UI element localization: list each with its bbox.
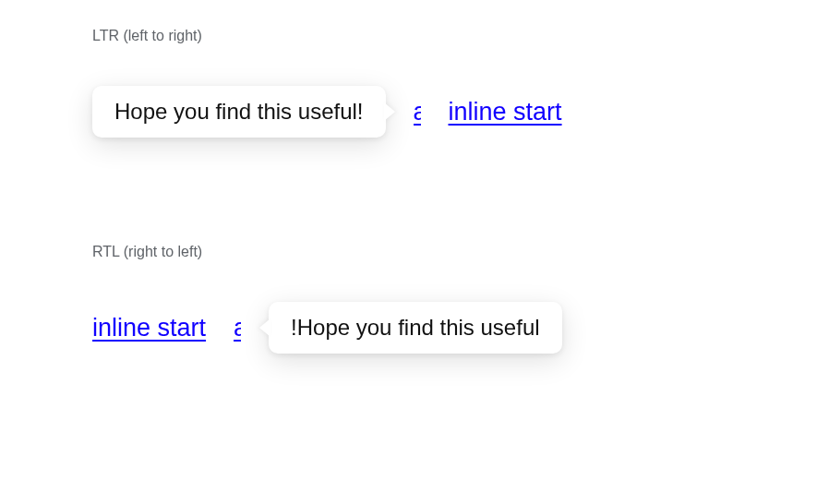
rtl-label: RTL (right to left) — [92, 244, 737, 260]
tooltip-arrow-left-icon — [259, 318, 270, 337]
rtl-tooltip: !Hope you find this useful — [269, 302, 562, 354]
ltr-obscured-link-fragment: a — [414, 98, 421, 126]
ltr-label: LTR (left to right) — [92, 28, 737, 44]
ltr-inline-start-link[interactable]: inline start — [449, 98, 562, 126]
rtl-obscured-link-fragment: a — [234, 314, 241, 342]
rtl-tooltip-text: !Hope you find this useful — [291, 315, 540, 340]
ltr-tooltip-text: Hope you find this useful! — [114, 99, 364, 124]
ltr-tooltip: Hope you find this useful! — [92, 86, 386, 138]
ltr-example-row: Hope you find this useful! a inline star… — [92, 86, 737, 138]
tooltip-arrow-right-icon — [384, 102, 395, 121]
rtl-inline-start-link[interactable]: inline start — [92, 314, 206, 342]
rtl-section: RTL (right to left) inline start a !Hope… — [0, 244, 829, 354]
rtl-example-row: inline start a !Hope you find this usefu… — [92, 302, 737, 354]
ltr-section: LTR (left to right) Hope you find this u… — [0, 28, 829, 138]
